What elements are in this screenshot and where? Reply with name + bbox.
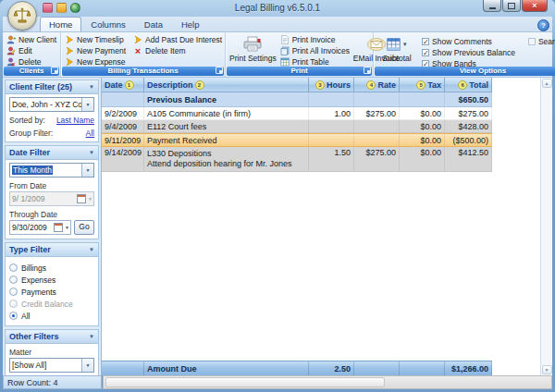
filter-sidebar: Client Filter (25) ▼ Doe, John - XYZ Cor… [3,78,102,375]
column-header-tax[interactable]: 5 Tax [400,78,445,92]
person-delete-icon: × [6,57,16,67]
qat-timeslip-icon[interactable] [56,3,67,13]
dropdown-arrow-icon[interactable] [81,98,93,111]
go-button[interactable]: Go [74,220,94,235]
chevron-down-icon: ▼ [89,84,94,90]
documents-stack-icon [280,46,290,55]
sort-order-badge: 4 [366,80,376,90]
matter-select[interactable]: [Show All] [9,358,94,373]
group-filter-link[interactable]: All [86,129,94,138]
other-filters-header[interactable]: Other Filters ▼ [6,330,98,344]
sorted-by-link[interactable]: Last Name [56,116,94,125]
tab-home[interactable]: Home [40,17,81,31]
new-timeslip-button[interactable]: New Timeslip [65,34,126,45]
table-grid-icon [280,57,290,67]
amount-due-total: $1,266.00 [445,361,492,375]
column-header-date[interactable]: Date 1 [102,78,144,92]
scrollbar-thumb[interactable] [105,377,385,387]
maximize-button[interactable] [502,0,521,12]
show-comments-checkbox[interactable]: Show Comments [422,36,515,47]
group-caption-billing-transactions: Billing Transactions [62,67,224,76]
scroll-down-icon[interactable]: ▼ [542,365,552,374]
vertical-scrollbar[interactable]: ▲ ▼ [540,78,552,375]
delete-item-button[interactable]: × Delete Item [133,45,222,56]
ribbon-group-clients: + New Client Edit × Delete Clients [3,32,61,77]
printer-icon [242,36,263,53]
sorted-by-label: Sorted by: [9,116,45,125]
calendar-icon [77,194,86,203]
window-title: Legal Billing v6.5.0.1 [0,3,555,13]
type-filter-header[interactable]: Type Filter ▼ [6,243,98,257]
radio-all[interactable]: All [9,310,94,322]
client-filter-panel: Client Filter (25) ▼ Doe, John - XYZ Cor… [5,80,99,142]
edit-client-button[interactable]: Edit [6,45,56,56]
print-all-invoices-button[interactable]: Print All Invoices [280,45,350,56]
checkbox-unchecked-icon [528,38,536,45]
print-settings-button[interactable]: Print Settings [229,34,277,66]
radio-billings[interactable]: Billings [9,262,94,274]
yellow-arrow-icon [65,35,74,44]
scroll-up-icon[interactable]: ▲ [542,79,552,88]
amount-due-label: Amount Due [144,361,309,375]
print-invoice-button[interactable]: Print Invoice [280,34,350,45]
new-client-button[interactable]: + New Client [6,34,56,45]
tab-help[interactable]: Help [172,17,209,31]
dropdown-arrow-icon[interactable] [81,359,93,372]
type-filter-panel: Type Filter ▼ Billings Expenses Payments [5,242,99,326]
qat-web-icon[interactable] [70,3,80,13]
column-header-description[interactable]: Description 2 [144,78,309,92]
close-button[interactable]: × [522,0,548,12]
dialog-launcher-icon[interactable] [364,67,371,74]
yellow-arrow-icon [65,46,74,55]
group-caption-print: Print [227,67,372,76]
table-row-selected[interactable]: 9/11/2009 Payment Received $0.00 ($500.0… [102,133,492,147]
tab-columns[interactable]: Columns [81,17,135,31]
client-select[interactable]: Doe, John - XYZ Corporation [9,97,94,112]
date-range-select[interactable]: This Month [9,163,94,178]
radio-credit-balance: Credit Balance [9,298,94,310]
application-menu-button[interactable] [7,1,37,31]
radio-icon [9,300,18,308]
through-date-field[interactable]: 9/30/2009 ▼ [9,220,71,235]
tab-data[interactable]: Data [135,17,172,31]
sort-order-badge: 5 [416,80,426,90]
dialog-launcher-icon[interactable] [51,67,58,74]
radio-expenses[interactable]: Expenses [9,274,94,286]
quick-access-toolbar [43,3,80,13]
dropdown-arrow-icon[interactable]: ▼ [65,225,69,230]
qat-clients-icon[interactable] [43,3,53,13]
search-footer-checkbox[interactable]: Search Footer [528,36,555,47]
table-header-row: Date 1 Description 2 3 Hours 4 Rate 5 Ta… [102,78,492,92]
radio-icon [9,263,18,272]
table-row[interactable]: 9/14/2009 L330 Depositions Attend deposi… [102,147,492,172]
client-filter-header[interactable]: Client Filter (25) ▼ [6,80,98,94]
column-header-rate[interactable]: 4 Rate [354,78,400,92]
column-header-total[interactable]: 6 Total [445,78,492,92]
radio-icon [9,288,18,296]
dropdown-arrow-icon: ▼ [88,196,92,202]
chevron-down-icon: ▼ [89,150,94,155]
status-bar: Row Count: 4 [3,375,552,389]
new-payment-button[interactable]: New Payment [65,45,126,56]
table-row-previous-balance[interactable]: Previous Balance $650.50 [102,92,492,107]
yellow-arrow-icon [65,57,74,67]
column-header-hours[interactable]: 3 Hours [309,78,354,92]
table-row[interactable]: 9/2/2009 A105 Communicate (in firm) 1.00… [102,107,492,120]
subtotal-dropdown-icon[interactable]: ▼ [402,42,408,47]
horizontal-scrollbar[interactable] [103,375,552,389]
billing-table: Date 1 Description 2 3 Hours 4 Rate 5 Ta… [102,78,552,375]
dropdown-arrow-icon[interactable] [81,164,93,177]
sort-order-badge: 2 [195,80,204,90]
calendar-icon[interactable] [54,223,63,232]
table-row[interactable]: 9/4/2009 E112 Court fees $0.00 $428.00 [102,120,492,133]
person-add-icon: + [6,35,16,44]
subtotal-button[interactable]: ▼ Subtotal [377,34,416,66]
date-filter-header[interactable]: Date Filter ▼ [6,146,98,160]
show-previous-balance-checkbox[interactable]: Show Previous Balance [422,47,515,58]
minimize-button[interactable] [483,0,501,12]
dialog-launcher-icon[interactable] [216,67,223,74]
group-caption-view-options: View Options [375,67,555,76]
radio-payments[interactable]: Payments [9,286,94,298]
help-icon[interactable]: ? [537,19,549,31]
add-past-due-interest-button[interactable]: Add Past Due Interest [133,34,222,45]
